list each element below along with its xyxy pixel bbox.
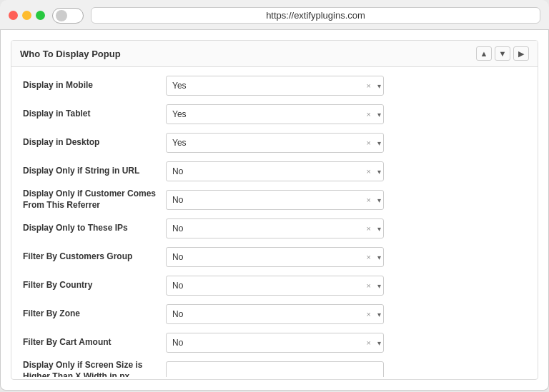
browser-chrome: https://extifyplugins.com xyxy=(0,0,549,30)
control-desktop: YesNo × ▾ choose where to display popup xyxy=(166,133,526,153)
clear-mobile[interactable]: × xyxy=(367,81,371,90)
clear-referrer[interactable]: × xyxy=(367,196,371,204)
field-tablet: Display in Tablet YesNo × ▾ xyxy=(23,103,526,126)
control-customer-group: NoYes × ▾ xyxy=(166,247,526,267)
clear-ips[interactable]: × xyxy=(367,224,371,233)
clear-zone[interactable]: × xyxy=(367,310,371,318)
settings-panel: Who To Display Popup ▲ ▼ ▶ Display in Mo… xyxy=(11,40,538,380)
clear-tablet[interactable]: × xyxy=(367,110,371,119)
clear-country[interactable]: × xyxy=(367,281,371,290)
select-wrapper-string-url: NoYes × ▾ xyxy=(166,161,384,181)
field-desktop: Display in Desktop YesNo × ▾ choose wher… xyxy=(23,131,526,154)
close-button-icon[interactable] xyxy=(9,11,18,20)
control-mobile: YesNo × ▾ xyxy=(166,76,526,96)
field-screen-width: Display Only if Screen Size is Higher Th… xyxy=(23,360,526,377)
control-string-url: NoYes × ▾ xyxy=(166,161,526,181)
field-customer-group: Filter By Customers Group NoYes × ▾ xyxy=(23,246,526,268)
clear-desktop[interactable]: × xyxy=(367,139,371,147)
select-wrapper-customer-group: NoYes × ▾ xyxy=(166,247,384,267)
select-referrer[interactable]: NoYes xyxy=(166,190,384,210)
field-mobile: Display in Mobile YesNo × ▾ xyxy=(23,74,526,97)
select-wrapper-cart-amount: NoYes × ▾ xyxy=(166,333,384,353)
select-wrapper-zone: NoYes × ▾ xyxy=(166,304,384,324)
panel-title: Who To Display Popup xyxy=(20,49,121,59)
select-desktop[interactable]: YesNo xyxy=(166,133,384,153)
panel-header: Who To Display Popup ▲ ▼ ▶ xyxy=(11,41,538,67)
control-referrer: NoYes × ▾ xyxy=(166,190,526,210)
url-bar[interactable]: https://extifyplugins.com xyxy=(91,7,540,24)
maximize-button-icon[interactable] xyxy=(36,11,45,20)
label-zone: Filter By Zone xyxy=(23,308,166,320)
input-screen-width[interactable] xyxy=(166,361,384,377)
toggle-knob xyxy=(56,10,67,21)
panel-controls: ▲ ▼ ▶ xyxy=(476,46,529,61)
label-cart-amount: Filter By Cart Amount xyxy=(23,337,166,348)
panel-up-button[interactable]: ▲ xyxy=(476,46,492,61)
panel-expand-button[interactable]: ▶ xyxy=(513,46,529,61)
label-desktop: Display in Desktop xyxy=(23,137,166,149)
control-ips: NoYes × ▾ xyxy=(166,218,526,238)
field-zone: Filter By Zone NoYes × ▾ xyxy=(23,303,526,326)
clear-string-url[interactable]: × xyxy=(367,167,371,176)
control-tablet: YesNo × ▾ xyxy=(166,104,526,124)
label-country: Filter By Country xyxy=(23,280,166,291)
select-wrapper-mobile: YesNo × ▾ xyxy=(166,76,384,96)
select-wrapper-ips: NoYes × ▾ xyxy=(166,218,384,238)
control-country: NoYes × ▾ xyxy=(166,276,526,296)
browser-window: https://extifyplugins.com Who To Display… xyxy=(0,0,549,391)
clear-customer-group[interactable]: × xyxy=(367,253,371,261)
panel-content: Display in Mobile YesNo × ▾ Display in T xyxy=(11,67,538,377)
label-ips: Display Only to These IPs xyxy=(23,223,166,234)
field-ips: Display Only to These IPs NoYes × ▾ xyxy=(23,217,526,240)
minimize-button-icon[interactable] xyxy=(22,11,31,20)
label-mobile: Display in Mobile xyxy=(23,80,166,91)
clear-cart-amount[interactable]: × xyxy=(367,338,371,347)
field-country: Filter By Country NoYes × ▾ xyxy=(23,274,526,297)
label-string-url: Display Only if String in URL xyxy=(23,166,166,177)
field-cart-amount: Filter By Cart Amount NoYes × ▾ xyxy=(23,331,526,354)
label-customer-group: Filter By Customers Group xyxy=(23,251,166,263)
field-referrer: Display Only if Customer Comes From This… xyxy=(23,189,526,211)
label-screen-width: Display Only if Screen Size is Higher Th… xyxy=(23,360,166,377)
field-string-url: Display Only if String in URL NoYes × ▾ xyxy=(23,160,526,183)
traffic-lights xyxy=(9,11,45,20)
select-string-url[interactable]: NoYes xyxy=(166,161,384,181)
label-tablet: Display in Tablet xyxy=(23,109,166,120)
select-mobile[interactable]: YesNo xyxy=(166,76,384,96)
select-tablet[interactable]: YesNo xyxy=(166,104,384,124)
label-referrer: Display Only if Customer Comes From This… xyxy=(23,189,166,211)
select-wrapper-referrer: NoYes × ▾ xyxy=(166,190,384,210)
select-wrapper-country: NoYes × ▾ xyxy=(166,276,384,296)
browser-toggle[interactable] xyxy=(52,8,84,24)
select-zone[interactable]: NoYes xyxy=(166,304,384,324)
select-cart-amount[interactable]: NoYes xyxy=(166,333,384,353)
control-screen-width xyxy=(166,361,526,377)
panel-down-button[interactable]: ▼ xyxy=(495,46,510,61)
select-wrapper-desktop: YesNo × ▾ xyxy=(166,133,384,153)
select-country[interactable]: NoYes xyxy=(166,276,384,296)
browser-body: Who To Display Popup ▲ ▼ ▶ Display in Mo… xyxy=(0,30,549,391)
select-ips[interactable]: NoYes xyxy=(166,218,384,238)
control-zone: NoYes × ▾ xyxy=(166,304,526,324)
control-cart-amount: NoYes × ▾ xyxy=(166,333,526,353)
select-customer-group[interactable]: NoYes xyxy=(166,247,384,267)
select-wrapper-tablet: YesNo × ▾ xyxy=(166,104,384,124)
